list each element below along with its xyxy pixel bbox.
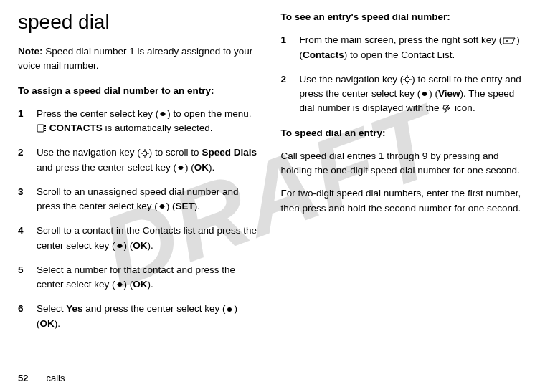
step-text: Use the navigation key () to scroll to t… bbox=[300, 72, 523, 116]
page-footer: 52 calls bbox=[18, 373, 65, 383]
step-6: 6 Select Yes and press the center select… bbox=[18, 302, 260, 331]
step-number: 1 bbox=[18, 107, 28, 136]
svg-point-7 bbox=[143, 151, 147, 156]
step-number: 5 bbox=[18, 263, 28, 292]
contacts-label: CONTACTS bbox=[49, 123, 103, 133]
right-soft-key-icon bbox=[502, 37, 516, 45]
right-step-1: 1 From the main screen, press the right … bbox=[281, 33, 523, 62]
step-3: 3 Scroll to an unassigned speed dial num… bbox=[18, 185, 260, 214]
center-select-icon bbox=[115, 242, 124, 250]
contacts-icon bbox=[37, 124, 47, 133]
left-column: speed dial Note: Speed dial number 1 is … bbox=[18, 7, 260, 358]
view-label: View bbox=[438, 88, 460, 99]
svg-rect-5 bbox=[44, 128, 46, 129]
see-entry-subheading: To see an entry's speed dial number: bbox=[281, 10, 523, 24]
note-paragraph: Note: Speed dial number 1 is already ass… bbox=[18, 44, 260, 74]
svg-rect-4 bbox=[44, 125, 46, 127]
right-column: To see an entry's speed dial number: 1 F… bbox=[281, 7, 523, 358]
yes-label: Yes bbox=[66, 303, 82, 314]
step-number: 4 bbox=[18, 224, 28, 253]
svg-point-27 bbox=[506, 40, 508, 42]
step-text: Scroll to an unassigned speed dial numbe… bbox=[37, 185, 260, 214]
ok-label: OK bbox=[194, 162, 209, 173]
step-number: 2 bbox=[281, 72, 291, 116]
step-4: 4 Scroll to a contact in the Contacts li… bbox=[18, 224, 260, 253]
speed-dial-entry-subheading: To speed dial an entry: bbox=[281, 126, 523, 140]
ok-label: OK bbox=[133, 240, 147, 251]
step-text: Use the navigation key () to scroll to S… bbox=[37, 145, 260, 175]
center-select-icon bbox=[176, 163, 185, 172]
navigation-key-icon bbox=[403, 75, 412, 84]
assign-subheading: To assign a speed dial number to an entr… bbox=[18, 84, 260, 98]
step-text: Press the center select key () to open t… bbox=[37, 107, 260, 136]
page-content: speed dial Note: Speed dial number 1 is … bbox=[18, 7, 522, 358]
page-number: 52 bbox=[18, 373, 28, 383]
step-text: From the main screen, press the right so… bbox=[300, 33, 523, 62]
set-label: SET bbox=[176, 201, 194, 211]
center-select-icon bbox=[420, 90, 429, 98]
para-1: Call speed dial entries 1 through 9 by p… bbox=[281, 149, 523, 178]
right-step-2: 2 Use the navigation key () to scroll to… bbox=[281, 72, 523, 116]
svg-rect-3 bbox=[37, 125, 44, 132]
speed-dials-label: Speed Dials bbox=[202, 147, 257, 158]
note-label: Note: bbox=[18, 46, 43, 57]
note-text: Speed dial number 1 is already assigned … bbox=[18, 46, 252, 71]
navigation-key-icon bbox=[141, 149, 149, 158]
step-number: 3 bbox=[18, 185, 28, 214]
step-text: Select Yes and press the center select k… bbox=[37, 302, 260, 331]
section-heading: speed dial bbox=[18, 7, 260, 37]
svg-rect-6 bbox=[44, 130, 46, 131]
ok-label: OK bbox=[133, 279, 147, 290]
footer-label: calls bbox=[46, 373, 65, 383]
step-text: Select a number for that contact and pre… bbox=[37, 263, 260, 292]
step-2: 2 Use the navigation key () to scroll to… bbox=[18, 145, 260, 175]
step-number: 1 bbox=[281, 33, 291, 62]
center-select-icon bbox=[158, 110, 167, 118]
step-1: 1 Press the center select key () to open… bbox=[18, 107, 260, 136]
center-select-icon bbox=[115, 280, 124, 289]
ok-label: OK bbox=[40, 318, 55, 329]
center-select-icon bbox=[158, 202, 166, 211]
lightning-icon bbox=[442, 105, 452, 113]
center-select-icon bbox=[225, 305, 234, 314]
step-text: Scroll to a contact in the Contacts list… bbox=[37, 224, 260, 253]
step-5: 5 Select a number for that contact and p… bbox=[18, 263, 260, 292]
contacts-label: Contacts bbox=[303, 49, 344, 60]
svg-point-28 bbox=[405, 77, 409, 82]
step-number: 2 bbox=[18, 145, 28, 175]
step-number: 6 bbox=[18, 302, 28, 331]
para-2: For two-digit speed dial numbers, enter … bbox=[281, 186, 523, 216]
